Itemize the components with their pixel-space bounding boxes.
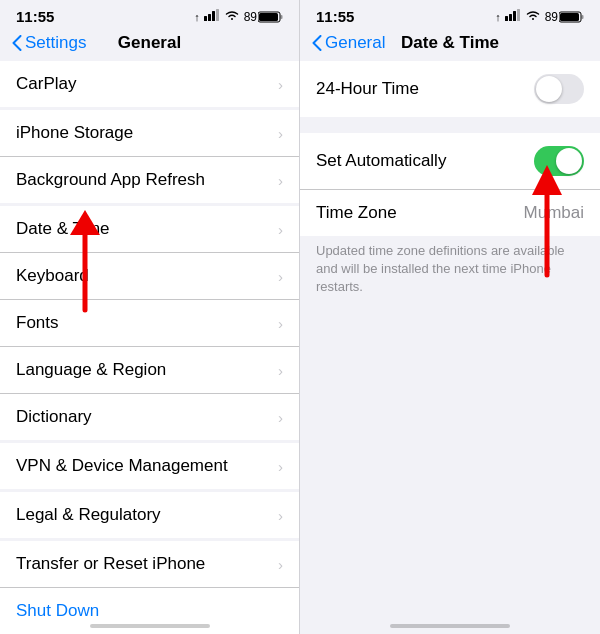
left-shutdown-label: Shut Down [16,601,99,621]
left-item-transfer[interactable]: Transfer or Reset iPhone › [0,541,299,588]
right-setauto-knob [556,148,582,174]
left-item-vpn[interactable]: VPN & Device Management › [0,443,299,489]
right-24hr-label: 24-Hour Time [316,79,419,99]
svg-rect-1 [208,14,211,21]
svg-rect-10 [509,14,512,21]
left-status-bar: 11:55 ↑ 89 [0,0,299,29]
left-wifi-icon [224,9,240,24]
left-item-legal[interactable]: Legal & Regulatory › [0,492,299,538]
left-carplay-chevron: › [278,76,283,93]
svg-rect-0 [204,16,207,21]
right-section-auto: Set Automatically Time Zone Mumbai [300,133,600,236]
left-language-label: Language & Region [16,360,166,380]
right-home-indicator [390,624,510,628]
left-storage-label: iPhone Storage [16,123,133,143]
left-section-datetime: Date & Time › Keyboard › Fonts › Languag… [0,206,299,440]
left-datetime-label: Date & Time [16,219,110,239]
left-bgrefresh-label: Background App Refresh [16,170,205,190]
left-storage-chevron: › [278,125,283,142]
left-datetime-chevron: › [278,221,283,238]
svg-rect-14 [582,15,584,19]
left-language-chevron: › [278,362,283,379]
svg-rect-5 [281,15,283,19]
svg-rect-15 [560,13,579,21]
right-section-24hr: 24-Hour Time [300,61,600,117]
right-time: 11:55 [316,8,354,25]
right-wifi-icon [525,9,541,24]
left-panel: 11:55 ↑ 89 Settings General CarPlay › [0,0,300,634]
right-back-button[interactable]: General [312,33,385,53]
right-timezone-label: Time Zone [316,203,397,223]
left-item-datetime[interactable]: Date & Time › [0,206,299,253]
left-time: 11:55 [16,8,54,25]
left-keyboard-label: Keyboard [16,266,89,286]
left-vpn-label: VPN & Device Management [16,456,228,476]
left-dictionary-chevron: › [278,409,283,426]
svg-rect-9 [505,16,508,21]
left-section-transfer: Transfer or Reset iPhone › Shut Down [0,541,299,634]
left-dictionary-label: Dictionary [16,407,92,427]
left-bgrefresh-chevron: › [278,172,283,189]
left-status-icons: ↑ 89 [194,9,283,24]
right-gap-1 [300,117,600,133]
right-setauto-label: Set Automatically [316,151,446,171]
left-back-button[interactable]: Settings [12,33,86,53]
left-signal-icon [204,9,220,24]
right-subtext: Updated time zone definitions are availa… [300,236,600,307]
right-nav-title: Date & Time [401,33,499,53]
right-nav-bar: General Date & Time [300,29,600,61]
right-location-icon: ↑ [495,11,501,23]
left-location-icon: ↑ [194,11,200,23]
right-24hr-knob [536,76,562,102]
left-section-vpn: VPN & Device Management › [0,443,299,489]
left-carplay-label: CarPlay [16,74,76,94]
left-item-carplay[interactable]: CarPlay › [0,61,299,107]
left-fonts-chevron: › [278,315,283,332]
right-status-bar: 11:55 ↑ 89 [300,0,600,29]
svg-rect-12 [517,9,520,21]
right-item-24hr[interactable]: 24-Hour Time [300,61,600,117]
left-item-keyboard[interactable]: Keyboard › [0,253,299,300]
right-timezone-value: Mumbai [524,203,584,223]
left-transfer-chevron: › [278,556,283,573]
left-item-storage[interactable]: iPhone Storage › [0,110,299,157]
left-vpn-chevron: › [278,458,283,475]
svg-rect-3 [216,9,219,21]
right-setauto-toggle[interactable] [534,146,584,176]
svg-rect-2 [212,11,215,21]
left-item-bgrefresh[interactable]: Background App Refresh › [0,157,299,203]
right-status-icons: ↑ 89 [495,9,584,24]
right-battery-icon: 89 [545,10,584,24]
left-section-legal: Legal & Regulatory › [0,492,299,538]
left-transfer-label: Transfer or Reset iPhone [16,554,205,574]
left-item-language[interactable]: Language & Region › [0,347,299,394]
left-item-dictionary[interactable]: Dictionary › [0,394,299,440]
left-item-fonts[interactable]: Fonts › [0,300,299,347]
svg-rect-11 [513,11,516,21]
svg-rect-6 [259,13,278,21]
left-fonts-label: Fonts [16,313,59,333]
left-battery-icon: 89 [244,10,283,24]
left-keyboard-chevron: › [278,268,283,285]
left-nav-title: General [118,33,181,53]
right-item-setauto[interactable]: Set Automatically [300,133,600,190]
left-nav-bar: Settings General [0,29,299,61]
left-legal-label: Legal & Regulatory [16,505,161,525]
right-item-timezone[interactable]: Time Zone Mumbai [300,190,600,236]
right-signal-icon [505,9,521,24]
right-panel: 11:55 ↑ 89 General Date & Time 24-Hour T… [300,0,600,634]
left-section-carplay: CarPlay › [0,61,299,107]
left-home-indicator [90,624,210,628]
left-section-storage: iPhone Storage › Background App Refresh … [0,110,299,203]
left-legal-chevron: › [278,507,283,524]
right-24hr-toggle[interactable] [534,74,584,104]
